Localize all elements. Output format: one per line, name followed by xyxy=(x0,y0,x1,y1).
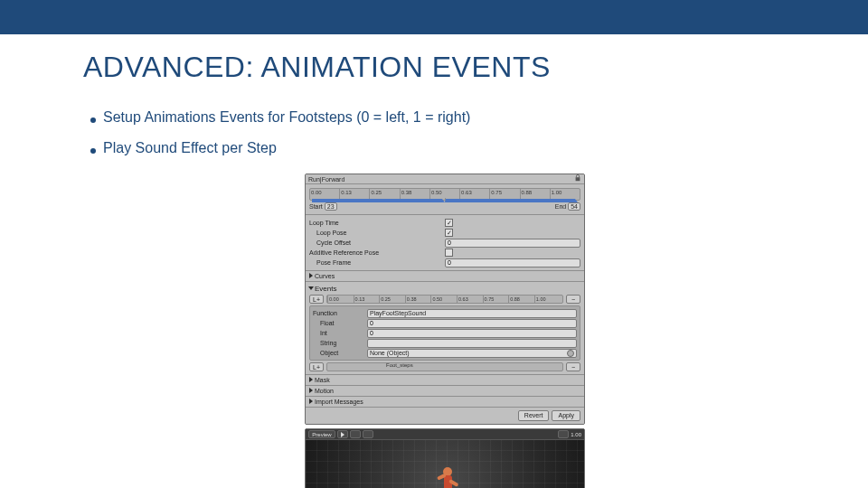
play-icon xyxy=(341,432,344,437)
remove-event-button-2[interactable]: − xyxy=(566,362,580,371)
start-end-row: Start 23 End 54 xyxy=(309,203,580,211)
event-detail: Function PlayFootStepSound Float 0 Int 0… xyxy=(309,305,580,361)
loop-time-checkbox[interactable]: ✓ xyxy=(445,219,453,227)
curves-label: Curves xyxy=(315,273,335,279)
object-picker-icon[interactable] xyxy=(567,350,574,357)
object-input[interactable]: None (Object) xyxy=(367,349,577,358)
start-label: Start xyxy=(309,203,323,210)
animation-clip-window: Run|Forward 0.00 0.13 0.25 0.38 0.50 0.6… xyxy=(305,174,585,425)
lock-icon[interactable] xyxy=(574,174,581,183)
event-tick[interactable]: 0.25 xyxy=(379,296,397,303)
revert-button[interactable]: Revert xyxy=(518,410,550,421)
event-tick[interactable]: 1.00 xyxy=(534,296,552,303)
mask-label: Mask xyxy=(315,377,330,383)
motion-label: Motion xyxy=(315,388,334,394)
prev-frame-button[interactable] xyxy=(350,430,361,438)
string-label: String xyxy=(313,340,367,346)
event-tick[interactable]: 0.75 xyxy=(483,296,501,303)
timeline-ticks[interactable]: 0.00 0.13 0.25 0.38 0.50 0.63 0.75 0.88 … xyxy=(309,188,580,201)
bullet-dot-icon xyxy=(90,117,96,123)
chevron-down-icon xyxy=(308,286,314,290)
int-label: Int xyxy=(313,330,367,336)
bullet-item: Play Sound Effect per Step xyxy=(90,140,868,156)
range-handles[interactable] xyxy=(312,198,578,202)
next-frame-button[interactable] xyxy=(363,430,373,438)
slide-banner xyxy=(0,0,868,34)
title-row: ADVANCED: ANIMATION EVENTS xyxy=(0,34,868,109)
loop-time-label: Loop Time xyxy=(309,220,445,226)
remove-event-button[interactable]: − xyxy=(566,295,580,304)
unity-screenshot: Run|Forward 0.00 0.13 0.25 0.38 0.50 0.6… xyxy=(305,174,585,488)
window-title: Run|Forward xyxy=(308,176,344,183)
animation-preview: Preview 1.00 xyxy=(305,428,585,488)
preview-tab[interactable]: Preview xyxy=(308,430,335,438)
apply-button[interactable]: Apply xyxy=(552,410,580,421)
view-toggle-button[interactable] xyxy=(558,430,569,438)
additive-ref-label: Additive Reference Pose xyxy=(309,249,445,256)
bullets: Setup Animations Events for Footsteps (0… xyxy=(0,109,868,156)
function-input[interactable]: PlayFootStepSound xyxy=(367,309,577,318)
event-tick[interactable]: 0.00 xyxy=(327,296,345,303)
add-event-button-2[interactable]: L+ xyxy=(309,362,324,371)
slide-title: ADVANCED: ANIMATION EVENTS xyxy=(83,51,868,84)
preview-speed[interactable]: 1.00 xyxy=(571,432,581,437)
chevron-right-icon xyxy=(309,399,313,404)
character-preview xyxy=(424,465,466,488)
events-label: Events xyxy=(315,285,336,293)
bullet-dot-icon xyxy=(90,148,96,154)
object-label: Object xyxy=(313,350,367,356)
event-tick[interactable]: 0.50 xyxy=(430,296,448,303)
bullet-text: Setup Animations Events for Footsteps (0… xyxy=(103,109,470,126)
bullet-item: Setup Animations Events for Footsteps (0… xyxy=(90,109,868,126)
additive-ref-checkbox[interactable] xyxy=(445,249,453,257)
events-timeline-2[interactable]: Foot_steps xyxy=(326,362,563,371)
float-input[interactable]: 0 xyxy=(367,319,577,328)
chevron-right-icon xyxy=(309,388,313,393)
pose-frame-label: Pose Frame xyxy=(309,259,445,266)
end-input[interactable]: 54 xyxy=(568,202,580,211)
events-timeline[interactable]: 0.00 0.13 0.25 0.38 0.50 0.63 0.75 0.88 … xyxy=(326,295,563,304)
event-tick[interactable]: 0.13 xyxy=(354,296,372,303)
chevron-right-icon xyxy=(309,377,313,382)
loop-pose-label: Loop Pose xyxy=(309,230,445,236)
curves-foldout[interactable]: Curves xyxy=(306,271,584,282)
preview-viewport[interactable] xyxy=(306,440,584,488)
event-tick[interactable]: 0.88 xyxy=(508,296,526,303)
apply-row: Revert Apply xyxy=(306,408,584,424)
cycle-offset-input[interactable]: 0 xyxy=(445,239,580,248)
window-titlebar: Run|Forward xyxy=(306,174,584,184)
int-input[interactable]: 0 xyxy=(367,329,577,338)
function-label: Function xyxy=(313,310,367,316)
pose-frame-input[interactable]: 0 xyxy=(445,258,580,267)
clip-range-timeline[interactable]: 0.00 0.13 0.25 0.38 0.50 0.63 0.75 0.88 … xyxy=(306,184,584,215)
import-messages-label: Import Messages xyxy=(315,399,363,405)
loop-settings: Loop Time ✓ Loop Pose ✓ Cycle Offset 0 A… xyxy=(306,215,584,271)
loop-pose-checkbox[interactable]: ✓ xyxy=(445,229,453,237)
float-label: Float xyxy=(313,320,367,326)
chevron-right-icon xyxy=(309,273,313,278)
start-handle-icon[interactable] xyxy=(312,198,445,202)
events-section: Events L+ 0.00 0.13 0.25 0.38 0.50 0.63 … xyxy=(306,282,584,375)
object-value: None (Object) xyxy=(370,350,410,357)
string-input[interactable] xyxy=(367,339,577,348)
preview-toolbar: Preview 1.00 xyxy=(306,429,584,440)
event-tick[interactable]: 0.63 xyxy=(457,296,475,303)
add-event-button[interactable]: L+ xyxy=(309,295,324,304)
motion-foldout[interactable]: Motion xyxy=(306,386,584,397)
play-button[interactable] xyxy=(337,430,348,438)
event-marker[interactable]: Foot_steps xyxy=(386,362,413,368)
bullet-text: Play Sound Effect per Step xyxy=(103,140,277,156)
start-input[interactable]: 23 xyxy=(325,202,337,211)
event-tick[interactable]: 0.38 xyxy=(405,296,423,303)
mask-foldout[interactable]: Mask xyxy=(306,375,584,386)
svg-rect-0 xyxy=(576,177,580,181)
cycle-offset-label: Cycle Offset xyxy=(309,239,445,246)
end-handle-icon[interactable] xyxy=(445,198,579,202)
end-label: End xyxy=(555,203,566,210)
import-messages-foldout[interactable]: Import Messages xyxy=(306,397,584,408)
